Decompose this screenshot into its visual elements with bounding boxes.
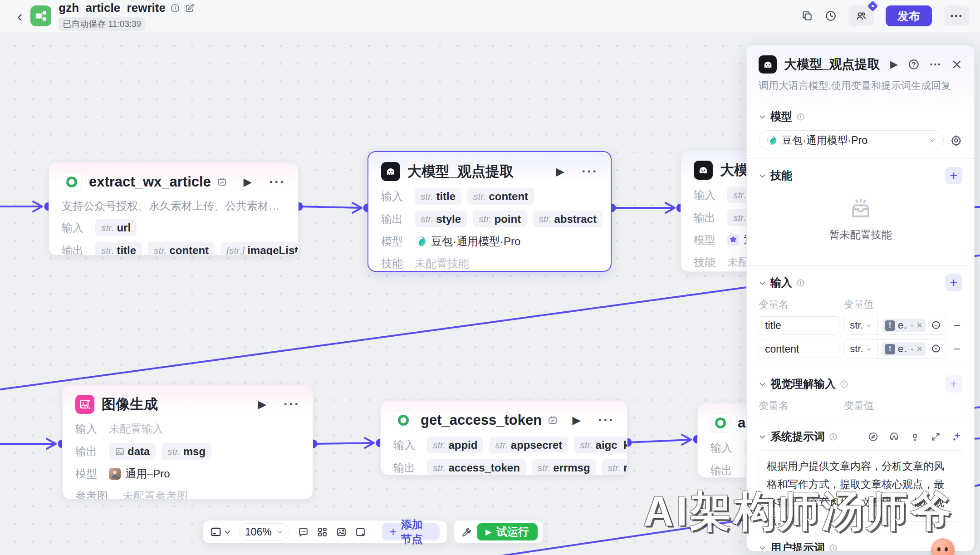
info-icon xyxy=(829,432,838,441)
model-settings-gear-icon[interactable] xyxy=(950,134,962,147)
duplicate-icon[interactable] xyxy=(801,10,813,22)
node-extract-wx-article[interactable]: extract_wx_article ▶ ··· 支持公众号授权、永久素材上传、… xyxy=(49,162,299,255)
empty-box-icon xyxy=(848,196,874,222)
chevron-down-icon[interactable] xyxy=(759,433,766,441)
add-input-button[interactable]: + xyxy=(945,274,962,291)
var-type-select[interactable]: str. xyxy=(844,340,878,358)
auto-layout-icon[interactable] xyxy=(317,526,328,538)
select-ref-icon[interactable] xyxy=(931,320,941,331)
var-name-input[interactable]: content xyxy=(759,340,839,358)
run-node-button[interactable]: ▶ xyxy=(556,165,564,178)
zoom-select[interactable]: 106% xyxy=(239,523,290,540)
warning-icon: ! xyxy=(885,320,895,331)
node-more-button[interactable]: ··· xyxy=(598,413,614,428)
chevron-down-icon[interactable] xyxy=(759,544,766,552)
param-tag: str.style xyxy=(415,211,467,227)
zoom-value: 106% xyxy=(245,526,272,538)
node-title: get_access_token xyxy=(421,412,542,428)
more-button[interactable]: ··· xyxy=(944,5,969,26)
help-icon[interactable] xyxy=(908,59,920,70)
comment-icon[interactable] xyxy=(298,526,309,538)
remove-ref-icon[interactable]: × xyxy=(916,343,922,355)
input-row-content: content str. ! extract_w... - × − xyxy=(759,339,962,359)
node-more-button[interactable]: ··· xyxy=(269,174,285,190)
test-run-button[interactable]: ▶ 试运行 xyxy=(477,523,538,540)
add-skill-button[interactable]: + xyxy=(945,167,962,184)
node-get-access-token[interactable]: get_access_token ▶ ··· 输入 str.appid str.… xyxy=(380,400,627,475)
back-button[interactable]: ‹ xyxy=(17,8,22,24)
remove-row-button[interactable]: − xyxy=(951,319,962,333)
history-icon[interactable] xyxy=(825,10,837,22)
run-node-button[interactable]: ▶ xyxy=(258,398,266,411)
library-import-icon[interactable] xyxy=(889,432,899,442)
var-ref-tag[interactable]: ! extract_w... - × xyxy=(882,319,926,332)
system-prompt-textarea[interactable]: 根据用户提供文章内容，分析文章的风格和写作方式，提取文章核心观点，最终输出，文章… xyxy=(759,450,962,522)
expand-icon[interactable] xyxy=(931,432,941,442)
ref-label: 参考图 xyxy=(75,489,122,499)
node-more-button[interactable]: ··· xyxy=(582,164,598,179)
edit-icon[interactable] xyxy=(185,3,195,13)
node-title: 图像生成 xyxy=(102,395,158,414)
var-ref-tag[interactable]: ! extract_w... - × xyxy=(882,342,926,356)
lightbulb-icon[interactable] xyxy=(910,432,920,442)
edge xyxy=(299,206,361,208)
edge-arrow xyxy=(365,438,374,448)
output-label: 输出 xyxy=(694,211,727,225)
remove-ref-icon[interactable]: × xyxy=(916,319,922,331)
run-node-button[interactable]: ▶ xyxy=(244,176,252,188)
play-icon: ▶ xyxy=(485,527,491,537)
model-label: 模型 xyxy=(694,233,727,247)
output-label: 输出 xyxy=(710,463,744,478)
select-ref-icon[interactable] xyxy=(931,344,941,354)
var-name-input[interactable]: title xyxy=(759,316,839,334)
run-node-button[interactable]: ▶ xyxy=(573,414,581,427)
panel-subtitle: 调用大语言模型,使用变量和提示词生成回复 xyxy=(759,79,962,93)
section-system-prompt-label: 系统提示词 xyxy=(770,429,825,444)
general-pro-model-icon xyxy=(109,468,121,480)
export-image-icon[interactable] xyxy=(336,526,347,538)
col-value-label: 变量值 xyxy=(844,399,874,413)
canvas-mode-button[interactable] xyxy=(210,526,231,538)
chevron-down-icon xyxy=(866,323,872,329)
ref-dash: - xyxy=(911,319,914,331)
run-toolbar: ▶ 试运行 xyxy=(454,521,543,543)
close-icon[interactable] xyxy=(951,59,962,70)
skills-empty-state: 暂未配置技能 xyxy=(759,184,962,257)
info-icon[interactable] xyxy=(170,3,180,13)
add-node-button[interactable]: + 添加节点 xyxy=(382,523,440,540)
chevron-down-icon[interactable] xyxy=(759,172,766,180)
collaborators-button[interactable] xyxy=(848,5,874,26)
autosave-badge: 已自动保存 11:03:39 xyxy=(59,17,145,31)
compass-icon[interactable] xyxy=(868,432,878,442)
node-description: 支持公众号授权、永久素材上传、公共素材库上传、保存草稿... xyxy=(62,199,285,213)
chevron-down-icon[interactable] xyxy=(759,380,766,388)
input-label: 输入 xyxy=(393,438,427,452)
node-image-generate[interactable]: 图像生成 ▶ ··· 输入 未配置输入 输出 data str.msg 模型 通… xyxy=(62,384,313,499)
col-name-label: 变量名 xyxy=(759,298,844,311)
publish-button[interactable]: 发布 xyxy=(886,5,932,26)
var-type-select[interactable]: str. xyxy=(844,316,878,334)
panel-more-button[interactable]: ··· xyxy=(930,58,941,72)
run-node-button[interactable]: ▶ xyxy=(890,59,898,70)
sticky-note-icon[interactable] xyxy=(355,526,366,538)
input-label: 输入 xyxy=(62,221,95,235)
model-select[interactable]: 豆包·通用模型·Pro xyxy=(759,130,944,150)
panel-title: 大模型_观点提取 xyxy=(784,56,880,73)
node-more-button[interactable]: ··· xyxy=(284,397,300,412)
param-tag: [str.]imageList xyxy=(220,242,299,255)
add-vision-input-button[interactable]: + xyxy=(945,375,962,393)
remove-row-button[interactable]: − xyxy=(951,342,962,356)
plugin-badge-icon xyxy=(216,177,227,187)
edge xyxy=(627,440,691,442)
info-icon xyxy=(840,380,848,388)
param-tag: str.appid xyxy=(427,437,483,453)
chevron-down-icon[interactable] xyxy=(759,279,766,287)
edge-arrow xyxy=(353,203,362,213)
node-llm-viewpoint[interactable]: 大模型_观点提取 ▶ ··· 输入 str.title str.content … xyxy=(368,151,612,272)
ai-optimize-sparkle-icon[interactable] xyxy=(951,431,962,442)
chevron-down-icon[interactable] xyxy=(759,113,766,121)
llm-icon xyxy=(759,55,777,74)
skill-label: 技能 xyxy=(381,256,415,271)
wrench-icon[interactable] xyxy=(460,526,471,538)
edge xyxy=(313,443,373,444)
